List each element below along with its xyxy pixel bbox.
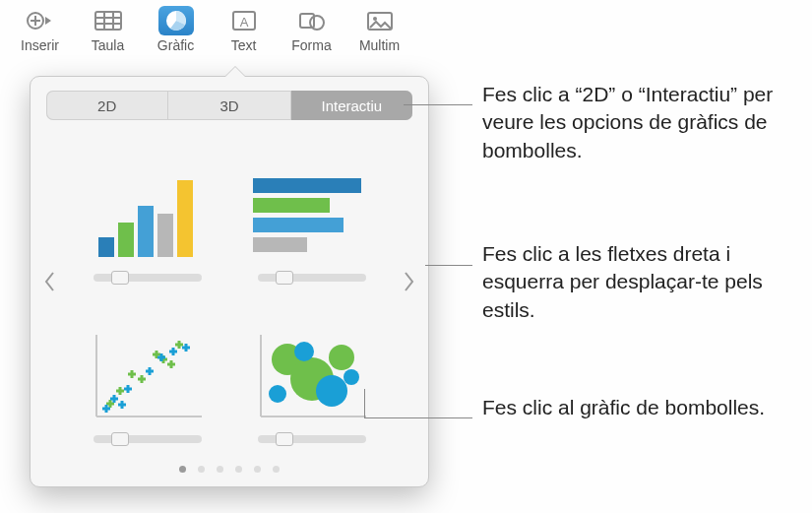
svg-rect-3 xyxy=(95,12,121,30)
svg-rect-17 xyxy=(138,206,154,257)
chart-style-scatter[interactable] xyxy=(70,301,224,449)
scatter-chart-preview xyxy=(84,325,212,423)
svg-point-33 xyxy=(316,375,347,407)
toolbar-label: Taula xyxy=(92,37,124,53)
style-slider[interactable] xyxy=(94,274,202,282)
callout-arrows: Fes clic a les fletxes dreta i esquerra … xyxy=(482,240,807,324)
svg-rect-19 xyxy=(177,180,193,257)
callout-leader xyxy=(425,265,472,266)
chart-icon xyxy=(156,6,196,35)
svg-rect-20 xyxy=(253,178,361,193)
page-dot[interactable] xyxy=(179,466,186,473)
toolbar-label: Forma xyxy=(291,37,331,53)
style-slider[interactable] xyxy=(258,435,366,443)
media-icon xyxy=(360,6,400,35)
toolbar-table[interactable]: Taula xyxy=(74,6,142,53)
svg-point-32 xyxy=(294,342,314,361)
svg-point-31 xyxy=(269,385,286,403)
svg-rect-22 xyxy=(253,218,344,232)
page-dot[interactable] xyxy=(254,466,261,473)
svg-rect-15 xyxy=(98,237,114,257)
style-slider[interactable] xyxy=(94,435,202,443)
page-indicator xyxy=(31,466,428,473)
svg-rect-11 xyxy=(300,14,314,28)
toolbar-label: Multim xyxy=(359,37,400,53)
column-chart-preview xyxy=(84,163,212,262)
svg-text:A: A xyxy=(239,15,248,30)
toolbar-label: Gràfic xyxy=(157,37,194,53)
chart-type-segmented: 2D 3D Interactiu xyxy=(46,91,412,120)
svg-rect-23 xyxy=(253,237,307,252)
chart-style-grid xyxy=(31,130,428,449)
table-icon xyxy=(89,6,128,35)
page-dot[interactable] xyxy=(198,466,205,473)
page-dot[interactable] xyxy=(273,466,280,473)
toolbar-shape[interactable]: Forma xyxy=(278,6,345,53)
svg-point-30 xyxy=(329,345,354,370)
svg-rect-21 xyxy=(253,198,330,213)
shape-icon xyxy=(292,6,332,35)
toolbar-chart[interactable]: Gràfic xyxy=(142,6,210,53)
callout-leader xyxy=(364,389,365,417)
chevron-left-icon[interactable] xyxy=(34,250,64,313)
toolbar-text[interactable]: A Text xyxy=(210,6,278,53)
svg-point-14 xyxy=(373,17,377,21)
callout-bubble: Fes clic al gràfic de bombolles. xyxy=(482,394,807,421)
page-dot[interactable] xyxy=(217,466,223,473)
svg-point-34 xyxy=(344,369,359,385)
callout-leader xyxy=(364,417,472,418)
insert-icon xyxy=(21,6,60,35)
segment-2d[interactable]: 2D xyxy=(46,91,168,120)
callout-leader xyxy=(404,104,472,105)
bubble-chart-preview xyxy=(248,325,376,423)
chevron-right-icon[interactable] xyxy=(395,250,424,313)
segment-interactive[interactable]: Interactiu xyxy=(291,91,412,120)
page-dot[interactable] xyxy=(235,466,242,473)
callout-tabs: Fes clic a “2D” o “Interactiu” per veure… xyxy=(482,81,807,164)
toolbar: Inserir Taula Gràfic A Text Forma Multim xyxy=(0,0,812,61)
toolbar-media[interactable]: Multim xyxy=(345,6,413,53)
svg-rect-18 xyxy=(157,214,173,257)
chart-popover: 2D 3D Interactiu xyxy=(30,76,429,487)
toolbar-label: Inserir xyxy=(21,37,59,53)
text-icon: A xyxy=(224,6,264,35)
svg-point-12 xyxy=(310,16,324,30)
chart-style-column[interactable] xyxy=(70,140,224,288)
toolbar-label: Text xyxy=(231,37,257,53)
toolbar-insert[interactable]: Inserir xyxy=(6,6,74,53)
style-slider[interactable] xyxy=(258,274,366,282)
chart-style-bubble[interactable] xyxy=(234,301,389,449)
svg-rect-16 xyxy=(118,223,134,257)
segment-3d[interactable]: 3D xyxy=(168,91,290,120)
chart-style-bar[interactable] xyxy=(234,140,389,288)
bar-chart-preview xyxy=(248,163,376,262)
